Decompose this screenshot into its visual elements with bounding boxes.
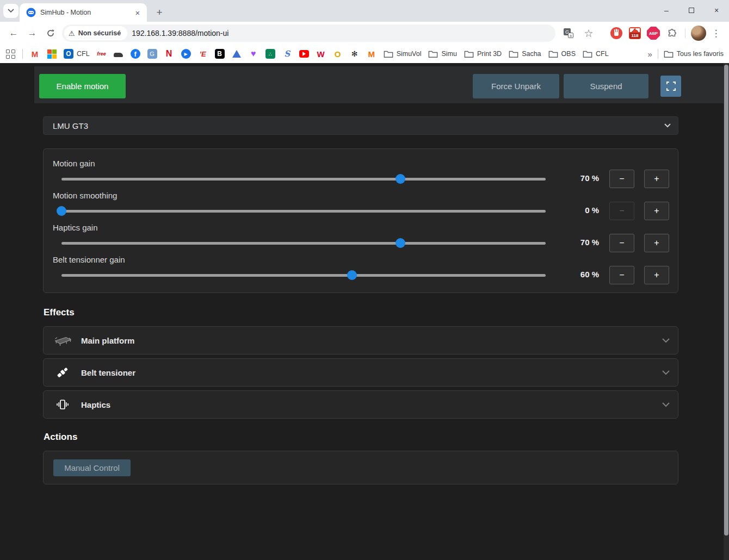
suspend-button[interactable]: Suspend	[564, 74, 648, 98]
effect-haptics[interactable]: Haptics	[43, 390, 678, 419]
maximize-icon	[689, 8, 694, 13]
effect-belt-tensioner[interactable]: Belt tensioner	[43, 358, 678, 387]
apps-grid-icon[interactable]	[5, 49, 15, 59]
slider-thumb[interactable]	[347, 270, 357, 280]
extensions-button[interactable]	[664, 26, 679, 41]
slider-value: 0 %	[534, 206, 599, 215]
menu-button[interactable]: ⋮	[709, 24, 722, 42]
chevron-down-icon	[8, 9, 14, 13]
slider-label: Haptics gain	[53, 223, 98, 232]
scrollbar-thumb[interactable]	[724, 65, 728, 536]
folder-icon	[664, 49, 674, 58]
reload-button[interactable]	[41, 24, 60, 42]
freebox-icon[interactable]	[114, 49, 123, 59]
effects-heading: Effects	[44, 307, 75, 318]
platform-icon	[52, 334, 73, 347]
bookmark-item[interactable]: OCFL	[64, 49, 90, 59]
back-button[interactable]: ←	[4, 24, 23, 42]
adblock-button[interactable]: ABP	[646, 26, 661, 41]
play-icon[interactable]: ▶	[181, 49, 191, 59]
chevron-down-icon	[662, 338, 670, 344]
bookmark-folder[interactable]: Print 3D	[464, 49, 502, 58]
free-icon[interactable]: free	[97, 49, 107, 59]
netflix-icon[interactable]: N	[164, 49, 174, 59]
divider	[658, 49, 658, 59]
slider-thumb[interactable]	[396, 174, 405, 184]
gmail-icon[interactable]: M	[30, 49, 40, 59]
profile-select-value: LMU GT3	[53, 121, 664, 130]
profile-button[interactable]	[691, 26, 706, 41]
simhub-favicon	[26, 8, 36, 17]
increase-button[interactable]: +	[644, 266, 669, 284]
slider-thumb[interactable]	[57, 206, 66, 216]
decrease-button[interactable]: −	[609, 234, 634, 252]
increase-button[interactable]: +	[644, 170, 669, 188]
script-s-icon[interactable]: S	[282, 49, 292, 59]
force-unpark-button[interactable]: Force Unpark	[473, 74, 559, 98]
decrease-button[interactable]: −	[609, 266, 634, 284]
maximize-button[interactable]	[679, 0, 704, 21]
enable-motion-button[interactable]: Enable motion	[39, 74, 126, 98]
gold-ring-icon[interactable]: O	[333, 49, 343, 59]
b-square-icon[interactable]: B	[215, 49, 225, 59]
browser-tab[interactable]: SimHub - Motion ×	[20, 3, 147, 22]
belt-tensionner-gain-slider[interactable]	[61, 270, 546, 281]
translate-button[interactable]: G a	[561, 26, 576, 41]
green-dots-icon[interactable]: ∴	[265, 49, 275, 59]
close-window-button[interactable]: ×	[704, 0, 729, 21]
window-controls: – ×	[654, 0, 729, 22]
tab-title: SimHub - Motion	[40, 9, 133, 16]
youtube-icon[interactable]	[299, 49, 309, 59]
slider-thumb[interactable]	[396, 238, 405, 248]
bookmark-folder[interactable]: SimuVol	[384, 49, 422, 58]
security-chip[interactable]: ⚠ Non sécurisé	[64, 26, 127, 40]
microsoft-icon[interactable]	[47, 49, 57, 59]
fullscreen-button[interactable]	[660, 76, 681, 97]
seatbelt-icon	[52, 365, 73, 379]
motion-gain-slider[interactable]	[61, 173, 546, 184]
folder-icon	[548, 49, 558, 58]
bookmark-folder-label: Sacha	[522, 50, 541, 58]
extension-badge: 118	[629, 33, 640, 39]
bookmark-folder-label: CFL	[596, 50, 609, 58]
bookmark-folder[interactable]: Simu	[428, 49, 456, 58]
slider-label: Motion gain	[53, 159, 95, 168]
minimize-button[interactable]: –	[654, 0, 679, 21]
folder-icon	[583, 49, 592, 58]
haptics-gain-slider[interactable]	[61, 238, 546, 248]
omnibox[interactable]: ⚠ Non sécurisé 192.168.1.39:8888/motion-…	[62, 24, 555, 42]
translate-blue-icon[interactable]: G	[147, 49, 157, 59]
extension-hand-button[interactable]	[609, 26, 624, 41]
profile-select[interactable]: LMU GT3	[43, 116, 678, 135]
bookmark-folder[interactable]: OBS	[548, 49, 576, 58]
lequipe-icon[interactable]: ’E	[198, 49, 208, 59]
bookmark-folder[interactable]: Sacha	[509, 49, 541, 58]
bookmark-star-button[interactable]: ☆	[579, 24, 598, 42]
openai-icon[interactable]: ✻	[350, 49, 360, 59]
winamax-icon[interactable]: W	[316, 49, 326, 59]
increase-button[interactable]: +	[644, 234, 669, 252]
bookmarks-overflow-button[interactable]: »	[648, 49, 652, 59]
tab-search-button[interactable]	[3, 4, 18, 18]
motion-smoothing-slider[interactable]	[61, 206, 546, 216]
bookmark-folder[interactable]: CFL	[583, 49, 609, 58]
triangle-icon[interactable]	[232, 49, 242, 59]
extension-mail-button[interactable]: 118	[627, 26, 642, 41]
effect-main-platform[interactable]: Main platform	[43, 326, 678, 354]
forward-button[interactable]: →	[23, 24, 41, 42]
manual-control-button[interactable]: Manual Control	[53, 459, 131, 476]
outlook-icon[interactable]: O	[64, 49, 73, 59]
facebook-icon[interactable]: f	[131, 49, 140, 59]
all-bookmarks-folder[interactable]: Tous les favoris	[664, 49, 724, 58]
tab-close-icon[interactable]: ×	[133, 8, 143, 17]
decrease-button[interactable]: −	[609, 170, 634, 188]
url-text[interactable]: 192.168.1.39:8888/motion-ui	[132, 29, 228, 38]
slider-label: Belt tensionner gain	[53, 255, 125, 264]
folder-icon	[464, 49, 474, 58]
orange-m-icon[interactable]: M	[367, 49, 376, 59]
purple-heart-icon[interactable]: ♥	[249, 49, 258, 59]
bookmarks-right: » Tous les favoris	[648, 49, 724, 59]
scrollbar[interactable]	[724, 63, 729, 560]
increase-button[interactable]: +	[644, 202, 669, 220]
new-tab-button[interactable]: +	[152, 5, 166, 20]
